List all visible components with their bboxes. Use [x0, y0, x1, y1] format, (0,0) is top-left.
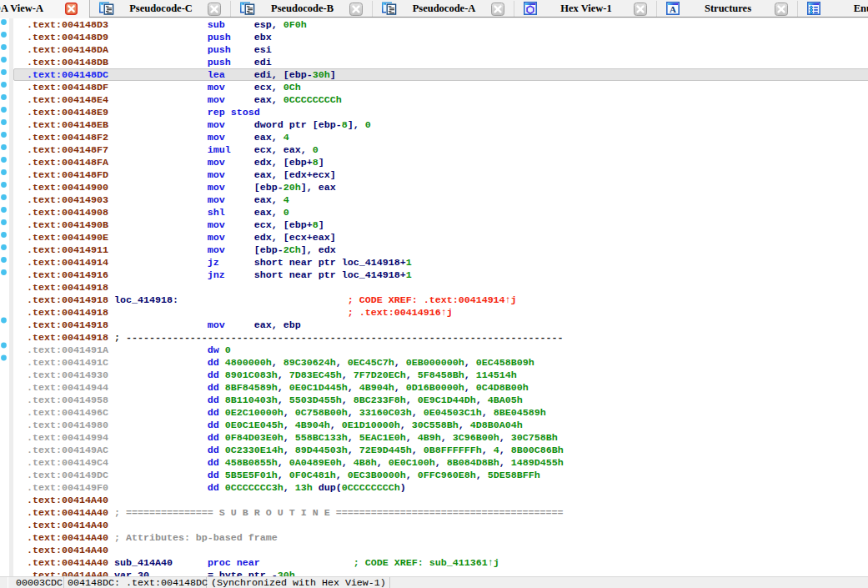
svg-text:A: A — [670, 4, 676, 14]
